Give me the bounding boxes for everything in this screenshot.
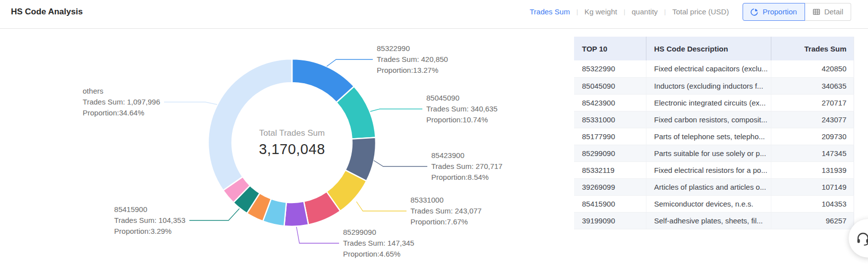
hs-code-cell: 85322990 bbox=[574, 60, 646, 77]
description-cell: Parts suitable for use solely or p... bbox=[646, 145, 771, 161]
callout-line1: 85299090 bbox=[343, 227, 414, 238]
callout-line3: Proportion:10.74% bbox=[426, 114, 498, 125]
hs-code-cell: 85299090 bbox=[574, 145, 646, 161]
trades-sum-cell: 420850 bbox=[771, 60, 854, 77]
callout-line3: Proportion:13.27% bbox=[377, 65, 448, 76]
hs-code-cell: 85331000 bbox=[574, 111, 646, 128]
table-row: 85299090Parts suitable for use solely or… bbox=[574, 145, 854, 161]
pie-callout-85299090: 85299090Trades Sum: 147,345Proportion:4.… bbox=[343, 227, 414, 260]
table-row: 39199090Self-adhesive plates, sheets, fi… bbox=[574, 212, 854, 229]
description-cell: Electronic integrated circuits (ex... bbox=[646, 94, 771, 111]
description-cell: Parts of telephone sets, telepho... bbox=[646, 128, 771, 145]
donut-center-title: Total Trades Sum bbox=[259, 128, 325, 138]
callout-line2: Trades Sum: 1,097,996 bbox=[83, 97, 160, 107]
pie-callout-85331000: 85331000Trades Sum: 243,077Proportion:7.… bbox=[410, 195, 482, 227]
headset-icon bbox=[855, 230, 868, 246]
leader-line-85331000 bbox=[356, 202, 406, 211]
pie-callout-85045090: 85045090Trades Sum: 340,635Proportion:10… bbox=[426, 93, 498, 125]
hs-code-cell: 39269099 bbox=[574, 178, 646, 195]
hs-code-cell: 85332119 bbox=[574, 161, 646, 178]
column-header-description: HS Code Description bbox=[646, 37, 771, 60]
pie-callout-85415900: 85415900Trades Sum: 104,353Proportion:3.… bbox=[114, 204, 185, 237]
pie-callout-others: othersTrades Sum: 1,097,996Proportion:34… bbox=[83, 86, 160, 118]
hs-code-cell: 85177990 bbox=[574, 128, 646, 145]
callout-line1: 85045090 bbox=[426, 93, 498, 104]
callout-line1: 85423900 bbox=[431, 150, 503, 161]
table-row: 85423900Electronic integrated circuits (… bbox=[574, 94, 854, 111]
leader-line-others bbox=[164, 102, 217, 105]
description-cell: Self-adhesive plates, sheets, fil... bbox=[646, 212, 771, 229]
description-cell: Fixed carbon resistors, composit... bbox=[646, 111, 771, 128]
hs-code-cell: 85415900 bbox=[574, 195, 646, 212]
top10-table: TOP 10 HS Code Description Trades Sum 85… bbox=[574, 37, 854, 229]
callout-line2: Trades Sum: 270,717 bbox=[431, 161, 503, 172]
leader-line-85423900 bbox=[374, 160, 427, 166]
trades-sum-cell: 270717 bbox=[771, 94, 854, 111]
callout-line1: 85331000 bbox=[410, 195, 482, 206]
pie-callout-85322990: 85322990Trades Sum: 420,850Proportion:13… bbox=[377, 43, 448, 76]
trades-sum-cell: 96257 bbox=[771, 212, 854, 229]
table-row: 85331000Fixed carbon resistors, composit… bbox=[574, 111, 854, 128]
callout-line1: others bbox=[83, 86, 160, 97]
callout-line3: Proportion:7.67% bbox=[410, 216, 482, 227]
callout-line2: Trades Sum: 340,635 bbox=[426, 104, 498, 114]
description-cell: Fixed electrical resistors for a po... bbox=[646, 161, 771, 178]
description-cell: Inductors (excluding inductors f... bbox=[646, 77, 771, 94]
trades-sum-cell: 147345 bbox=[771, 145, 854, 161]
description-cell: Articles of plastics and articles o... bbox=[646, 178, 771, 195]
trades-sum-cell: 209730 bbox=[771, 128, 854, 145]
trades-sum-cell: 340635 bbox=[771, 77, 854, 94]
donut-center-label: Total Trades Sum 3,170,048 bbox=[259, 128, 325, 158]
description-cell: Semiconductor devices, n.e.s. bbox=[646, 195, 771, 212]
callout-line3: Proportion:4.65% bbox=[343, 249, 414, 260]
table-row: 39269099Articles of plastics and article… bbox=[574, 178, 854, 195]
callout-line2: Trades Sum: 147,345 bbox=[343, 238, 414, 249]
callout-line2: Trades Sum: 243,077 bbox=[410, 206, 482, 216]
table-row: 85415900Semiconductor devices, n.e.s.104… bbox=[574, 195, 854, 212]
callout-line3: Proportion:8.54% bbox=[431, 172, 503, 183]
table-row: 85177990Parts of telephone sets, telepho… bbox=[574, 128, 854, 145]
table-row: 85045090Inductors (excluding inductors f… bbox=[574, 77, 854, 94]
leader-line-85415900 bbox=[189, 209, 239, 220]
table-row: 85332119Fixed electrical resistors for a… bbox=[574, 161, 854, 178]
callout-line1: 85322990 bbox=[377, 43, 448, 54]
hs-code-cell: 85423900 bbox=[574, 94, 646, 111]
donut-center-value: 3,170,048 bbox=[259, 141, 325, 158]
callout-line2: Trades Sum: 420,850 bbox=[377, 54, 448, 65]
column-header-top10: TOP 10 bbox=[574, 37, 646, 60]
trades-sum-cell: 107149 bbox=[771, 178, 854, 195]
callout-line3: Proportion:34.64% bbox=[83, 107, 160, 118]
trades-sum-cell: 243077 bbox=[771, 111, 854, 128]
hs-code-analysis-panel: HS Code Analysis Trades Sum|Kg weight|qu… bbox=[0, 0, 868, 266]
donut-slice-85299090[interactable] bbox=[284, 202, 308, 226]
callout-line1: 85415900 bbox=[114, 204, 185, 215]
callout-line3: Proportion:3.29% bbox=[114, 226, 185, 237]
table-header-row: TOP 10 HS Code Description Trades Sum bbox=[574, 37, 854, 60]
leader-line-85322990 bbox=[327, 59, 373, 66]
donut-slice-others[interactable] bbox=[208, 59, 292, 190]
description-cell: Fixed electrical capacitors (exclu... bbox=[646, 60, 771, 77]
leader-line-85299090 bbox=[296, 227, 339, 243]
column-header-trades-sum: Trades Sum bbox=[771, 37, 854, 60]
hs-code-cell: 39199090 bbox=[574, 212, 646, 229]
callout-line2: Trades Sum: 104,353 bbox=[114, 215, 185, 226]
trades-sum-cell: 104353 bbox=[771, 195, 854, 212]
hs-code-cell: 85045090 bbox=[574, 77, 646, 94]
leader-line-85045090 bbox=[370, 109, 422, 111]
trades-sum-cell: 131939 bbox=[771, 161, 854, 178]
pie-callout-85423900: 85423900Trades Sum: 270,717Proportion:8.… bbox=[431, 150, 503, 183]
table-row: 85322990Fixed electrical capacitors (exc… bbox=[574, 60, 854, 77]
